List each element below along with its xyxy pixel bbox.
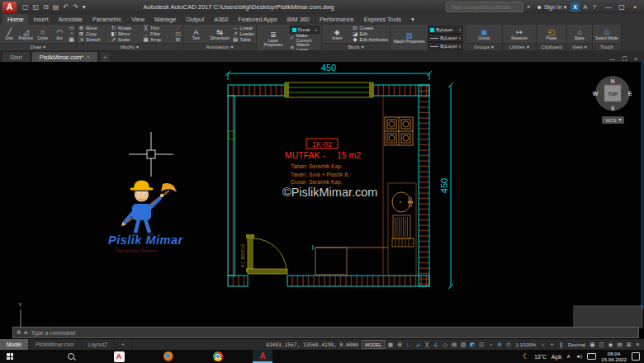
panel-label-annotation[interactable]: Annotation▾ xyxy=(183,43,256,50)
viewcube-north[interactable]: N xyxy=(610,78,614,84)
autoscale-icon[interactable]: ∥ xyxy=(557,342,565,348)
insert-button[interactable]: ◈Insert xyxy=(324,26,350,43)
circle-button[interactable]: ○Circle xyxy=(36,26,50,43)
scale-button[interactable]: ⇗Scale xyxy=(111,37,141,43)
redo-icon[interactable]: ↷ xyxy=(73,3,78,11)
tab-express-tools[interactable]: Express Tools xyxy=(359,14,406,25)
ortho-icon[interactable]: ∟ xyxy=(405,342,413,347)
arc-button[interactable]: ◠Arc xyxy=(52,26,67,43)
trim-button[interactable]: ╳Trim xyxy=(143,26,173,31)
color-combo[interactable]: ByLayer▾ xyxy=(428,26,463,34)
drawing-restore-icon[interactable]: ▢ xyxy=(622,55,627,62)
new-file-icon[interactable]: ▢ xyxy=(22,3,29,11)
model-paper-toggle[interactable]: MODEL xyxy=(362,340,386,349)
drawing-svg[interactable]: K1 90/210 xyxy=(0,62,644,339)
lineweight-display-icon[interactable]: ▤ xyxy=(451,342,458,348)
lineweight-icon[interactable]: ⊙ xyxy=(505,342,513,348)
new-layout-button[interactable]: + xyxy=(115,339,132,350)
panel-label-block[interactable]: Block▾ xyxy=(322,43,390,50)
undo-icon[interactable]: ↶ xyxy=(63,3,69,11)
isodraft-icon[interactable]: ╳ xyxy=(424,342,431,348)
viewcube-west[interactable]: W xyxy=(593,91,599,97)
object-snap-tracking-icon[interactable]: ∠ xyxy=(433,342,440,348)
panel-label-view[interactable]: View▾ xyxy=(567,43,592,50)
window-fixture[interactable] xyxy=(285,82,373,97)
model-space-canvas[interactable]: K1 90/210 xyxy=(0,62,644,339)
select-mode-button[interactable]: ◎Select Mode xyxy=(594,26,619,43)
tab-annotate[interactable]: Annotate xyxy=(54,14,88,25)
help-search-box[interactable] xyxy=(446,2,523,12)
dynamic-input-icon[interactable]: ⊕ xyxy=(496,342,504,348)
group-button[interactable]: ▣Group xyxy=(467,26,500,43)
tab-output[interactable]: Output xyxy=(181,14,209,25)
edit-block-button[interactable]: ◪Edit xyxy=(352,31,388,37)
tray-toast[interactable] xyxy=(573,305,643,328)
command-prompt[interactable]: Type a command xyxy=(31,330,75,336)
display-icon[interactable] xyxy=(587,353,596,360)
polar-tracking-icon[interactable]: ⊿ xyxy=(414,342,422,348)
search-input[interactable] xyxy=(449,3,520,11)
object-snap-icon[interactable]: ◇ xyxy=(442,342,449,348)
maximize-button[interactable]: ▢ xyxy=(615,2,628,13)
taskbar-autocad-running[interactable]: A xyxy=(253,350,272,363)
panel-label-modify[interactable]: Modify▾ xyxy=(77,43,182,50)
app-store-icon[interactable]: A xyxy=(581,3,589,11)
panel-label-groups[interactable]: Groups▾ xyxy=(466,43,502,50)
command-customize-icon[interactable]: ⊕ xyxy=(17,329,21,336)
drawing-close-icon[interactable]: × xyxy=(634,56,637,62)
selection-cycling-icon[interactable]: ◩ xyxy=(469,342,476,348)
file-tab-start[interactable]: Start xyxy=(2,51,31,62)
tray-chevron-icon[interactable]: ∧ xyxy=(566,353,571,360)
open-file-icon[interactable]: ◱ xyxy=(33,3,40,11)
weather-temperature[interactable]: 13°C xyxy=(534,354,547,360)
snap-icon[interactable]: ⊞ xyxy=(396,342,404,348)
tab-a360[interactable]: A360 xyxy=(209,14,233,25)
hatch-icon[interactable]: ▦ xyxy=(69,37,74,43)
save-icon[interactable]: ⊟ xyxy=(43,3,49,11)
stove-fixture[interactable] xyxy=(385,117,413,145)
viewcube[interactable]: N S W E TOP WCS xyxy=(593,76,632,124)
customization-menu-icon[interactable]: ≡ xyxy=(634,342,642,347)
text-button[interactable]: AText xyxy=(185,26,207,43)
tab-insert[interactable]: Insert xyxy=(28,14,53,25)
app-menu-logo[interactable]: A xyxy=(2,2,17,13)
panel-label-touch[interactable]: Touch xyxy=(593,43,621,50)
taskbar-search-button[interactable] xyxy=(61,350,81,363)
tab-parametric[interactable]: Parametric xyxy=(88,14,126,25)
3d-osnap-icon[interactable]: ⊡ xyxy=(478,342,485,348)
weather-moon-icon[interactable]: ☾ xyxy=(523,352,529,361)
linetype-combo[interactable]: ByLayer▾ xyxy=(428,34,463,42)
dynamic-ucs-icon[interactable]: ◔ xyxy=(487,342,495,347)
layout-tab-1[interactable]: PislikMimar.com xyxy=(29,339,82,350)
base-button[interactable]: ⌂Base xyxy=(569,26,590,43)
file-tab-close-icon[interactable]: × xyxy=(87,54,90,59)
create-block-button[interactable]: ⊡Create xyxy=(352,26,388,31)
grid-icon[interactable]: ▦ xyxy=(387,342,395,348)
clean-screen-icon[interactable]: ⊠ xyxy=(625,342,632,348)
match-properties-button[interactable]: ▧Match Properties xyxy=(392,26,426,50)
action-center-icon[interactable] xyxy=(632,352,640,361)
isolate-objects-icon[interactable]: ◉ xyxy=(607,342,614,348)
viewcube-south[interactable]: S xyxy=(611,106,615,111)
layer-properties-button[interactable]: ≣Layer Properties xyxy=(258,26,288,52)
lineweight-combo[interactable]: ByLayer▾ xyxy=(428,42,463,50)
minimize-button[interactable]: — xyxy=(602,2,615,13)
coordinates-display[interactable]: 82483.1567, 13568.4199, 0.0000 xyxy=(266,342,358,347)
quick-properties-icon[interactable]: ▣ xyxy=(589,342,596,348)
workspace-gear-icon[interactable]: ☼ xyxy=(539,342,547,347)
measure-button[interactable]: ↦Measure xyxy=(504,26,534,43)
table-button[interactable]: ▤Table xyxy=(233,37,254,43)
tab-performance[interactable]: Performance xyxy=(315,14,359,25)
mascot-logo[interactable]: Pislik Mimar Türk İşi Çizim Teknikleri xyxy=(108,181,183,254)
stretch-button[interactable]: ⇲Stretch xyxy=(78,37,109,43)
graphics-performance-icon[interactable]: ▤ xyxy=(616,342,623,348)
line-button[interactable]: ╱Line xyxy=(2,26,17,43)
start-button[interactable] xyxy=(0,350,20,363)
door-fixture[interactable]: K1 90/210 xyxy=(240,234,287,274)
weather-condition[interactable]: Açık xyxy=(552,354,562,360)
taskbar-browser[interactable] xyxy=(159,350,178,363)
tab-bim360[interactable]: BIM 360 xyxy=(282,14,315,25)
room-annotations[interactable]: 1K-02 MUTFAK - 15 m2 Taban: Seramik Kap.… xyxy=(282,139,377,199)
command-line[interactable]: ⊕ ▸ Type a command xyxy=(12,327,639,338)
paste-button[interactable]: ◰Paste xyxy=(538,26,565,43)
